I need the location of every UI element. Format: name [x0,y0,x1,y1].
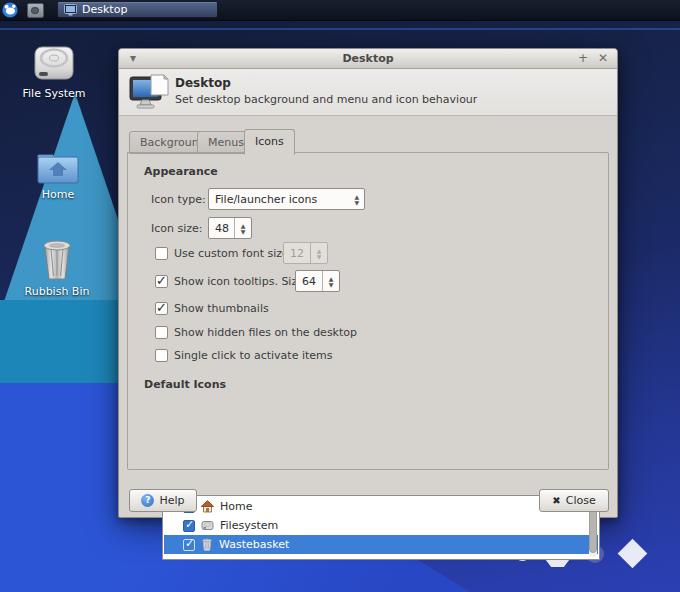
filesystem-drive-icon [201,519,214,532]
screenshot-app-icon[interactable] [27,3,44,18]
desktop-icon-label: File System [23,87,86,100]
desktop-icon-label: Home [42,188,74,201]
hidden-files-checkbox[interactable] [155,326,168,339]
combo-arrows-icon[interactable]: ▲▼ [354,189,359,209]
tab-content-frame: Appearance Icon type: File/launcher icon… [127,152,609,470]
dialog-header-title: Desktop [175,76,231,90]
custom-font-spinbox: 12 ▲▼ [283,242,328,264]
desktop-settings-icon [129,74,169,111]
icon-type-value: File/launcher icons [215,193,317,206]
wallpaper-teal-band [0,300,130,385]
dialog-header: Desktop Set desktop background and menu … [119,69,617,116]
desktop-settings-window: ▾ Desktop + ✕ Desktop Set desktop back [118,48,618,518]
taskbar-window-label: Desktop [82,3,127,16]
default-icons-list[interactable]: Home Filesystem [162,495,600,560]
icon-type-label: Icon type: [151,193,206,206]
tab-icons[interactable]: Icons [244,129,295,155]
item-checkbox[interactable] [183,520,195,532]
close-icon[interactable]: ✕ [595,51,611,66]
desktop-icon-file-system[interactable]: File System [8,44,100,100]
custom-font-label[interactable]: Use custom font size: [174,247,292,260]
dialog-header-subtitle: Set desktop background and menu and icon… [175,93,477,106]
window-title: Desktop [119,52,617,65]
window-monitor-icon [64,4,77,16]
hard-drive-icon [30,44,78,84]
tooltips-checkbox[interactable] [155,275,168,288]
close-button-label: Close [566,494,596,507]
desktop-icon-rubbish-bin[interactable]: Rubbish Bin [11,238,103,298]
icon-size-spinbox[interactable]: 48 ▲▼ [208,217,252,239]
thumbnails-label[interactable]: Show thumbnails [174,302,269,315]
top-panel: Desktop [0,0,680,21]
trash-can-icon [37,238,77,282]
thumbnails-checkbox[interactable] [155,302,168,315]
icon-type-combobox[interactable]: File/launcher icons ▲▼ [208,188,365,210]
desktop-icon-home[interactable]: Home [12,148,104,201]
single-click-checkbox[interactable] [155,349,168,362]
tooltips-size-spinbox[interactable]: 64 ▲▼ [295,270,340,292]
close-x-icon: ✖ [552,495,560,506]
home-icon [201,500,214,513]
taskbar-window-button[interactable]: Desktop [57,1,218,18]
wallpaper-band [0,28,680,30]
list-item-label: Filesystem [220,519,278,532]
appearance-section-title: Appearance [144,165,218,178]
wastebasket-icon [201,538,213,551]
window-titlebar[interactable]: ▾ Desktop + ✕ [119,49,617,69]
default-icons-section-title: Default Icons [144,378,226,391]
help-icon: ? [141,494,154,507]
tooltips-size-value: 64 [302,275,316,288]
custom-font-checkbox[interactable] [155,247,168,260]
help-button-label: Help [159,494,184,507]
hidden-files-label[interactable]: Show hidden files on the desktop [174,326,357,339]
single-click-label[interactable]: Single click to activate items [174,349,333,362]
list-item-label: Wastebasket [219,538,289,551]
spin-arrows-icon[interactable]: ▲▼ [322,271,339,291]
list-item-wastebasket[interactable]: Wastebasket [164,535,598,554]
tooltips-label[interactable]: Show icon tooltips. Size: [174,275,308,288]
list-item-home[interactable]: Home [164,497,598,516]
icon-size-label: Icon size: [151,222,203,235]
spin-arrows-icon[interactable]: ▲▼ [234,218,251,238]
list-item-label: Home [220,500,252,513]
maximize-icon[interactable]: + [575,51,591,66]
item-checkbox[interactable] [183,539,195,551]
xfce-menu-icon[interactable] [2,2,18,18]
spin-arrows-icon: ▲▼ [310,243,327,263]
custom-font-value: 12 [290,247,304,260]
screen: Desktop File System [0,0,680,592]
close-button[interactable]: ✖ Close [539,489,609,512]
home-folder-icon [35,148,81,185]
help-button[interactable]: ? Help [129,489,197,512]
list-item-filesystem[interactable]: Filesystem [164,516,598,535]
icon-size-value: 48 [215,222,229,235]
desktop-icon-label: Rubbish Bin [25,285,90,298]
